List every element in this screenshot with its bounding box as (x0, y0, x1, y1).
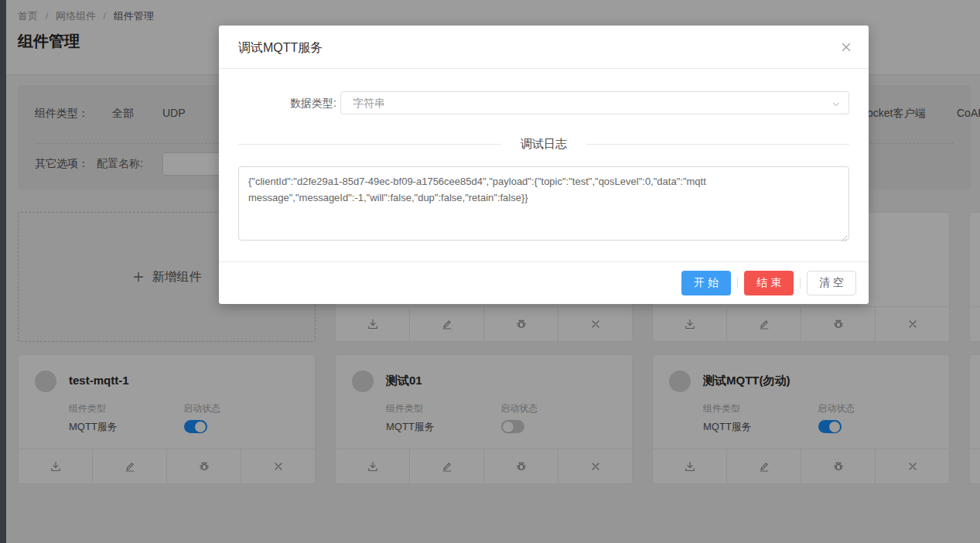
chevron-down-icon (831, 98, 841, 112)
debug-log-divider: 调试日志 (238, 137, 849, 152)
modal-header: 调试MQTT服务 (219, 26, 869, 69)
debug-log-title: 调试日志 (501, 137, 586, 152)
button-separator (737, 278, 738, 289)
data-type-label: 数据类型: (290, 91, 336, 114)
modal-footer: 开 始 结 束 清 空 (219, 261, 869, 304)
data-type-selected-value: 字符串 (353, 92, 385, 114)
button-separator (800, 278, 801, 289)
debug-mqtt-modal: 调试MQTT服务 数据类型: 字符串 调试日志 {"clientId":"d2f… (219, 26, 869, 304)
modal-close-button[interactable] (839, 40, 853, 54)
modal-title: 调试MQTT服务 (238, 40, 323, 56)
clear-button[interactable]: 清 空 (807, 271, 856, 295)
end-button[interactable]: 结 束 (744, 271, 794, 295)
close-icon (841, 42, 852, 53)
start-button[interactable]: 开 始 (681, 271, 731, 295)
divider-line (586, 144, 849, 145)
data-type-select[interactable]: 字符串 (340, 91, 849, 114)
debug-log-textarea[interactable]: {"clientId":"d2fe29a1-85d7-49ec-bf09-a17… (238, 166, 849, 241)
divider-line (238, 144, 501, 145)
